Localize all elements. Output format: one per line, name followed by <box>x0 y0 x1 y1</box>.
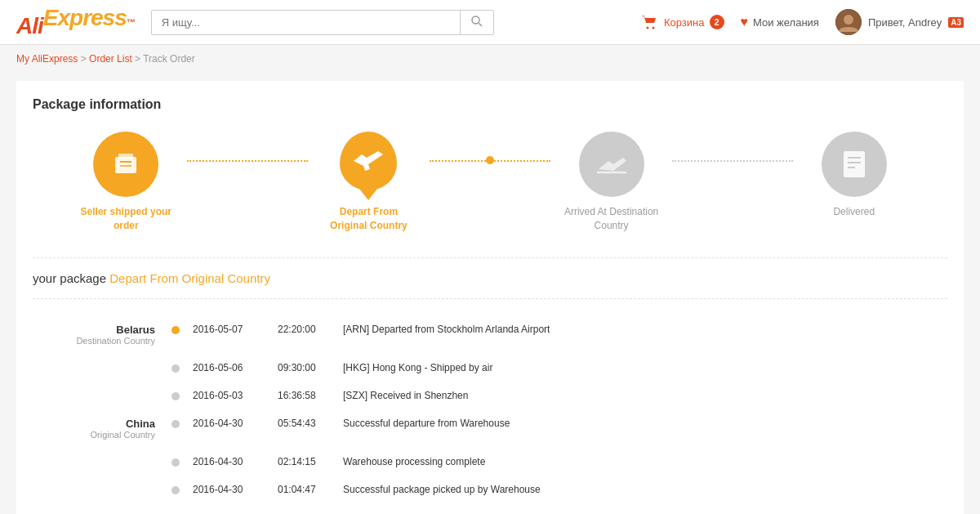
tracking-event: Warehouse processing complete <box>343 456 947 467</box>
wishlist-button[interactable]: ♥ Мои желания <box>741 15 819 29</box>
tracking-events: Belarus Destination Country 2016-05-07 2… <box>33 315 947 503</box>
main-content: Package information Seller shipped your … <box>16 81 964 514</box>
connector-3 <box>672 132 794 203</box>
search-bar <box>151 10 494 35</box>
tracking-time: 09:30:00 <box>278 362 343 373</box>
tracking-date: 2016-05-03 <box>180 390 278 401</box>
step-depart: Depart From Original Country <box>308 132 430 233</box>
tracking-event: [ARN] Departed from Stockholm Arlanda Ai… <box>343 324 947 335</box>
svg-rect-7 <box>118 154 133 159</box>
search-button[interactable] <box>460 11 493 34</box>
tracking-dot <box>172 392 180 400</box>
tracking-date: 2016-04-30 <box>180 456 278 467</box>
tracking-event: [SZX] Received in Shenzhen <box>343 390 947 401</box>
step-delivered: Delivered <box>793 132 915 219</box>
svg-rect-11 <box>844 151 865 177</box>
table-row: 2016-04-30 02:14:15 Warehouse processing… <box>41 448 947 476</box>
tracking-event: Successful departure from Warehouse <box>343 418 947 429</box>
step-label-arrived: Arrived At Destination Country <box>563 205 661 233</box>
tracking-dot <box>172 326 180 334</box>
step-icon-depart-wrap <box>340 132 397 190</box>
pin-tip <box>359 189 377 200</box>
breadcrumb-home[interactable]: My AliExpress <box>16 53 78 65</box>
search-input[interactable] <box>152 11 460 34</box>
tracking-country-belarus: Belarus Destination Country <box>41 324 172 346</box>
dotted-line-3 <box>672 160 794 162</box>
user-button[interactable]: Привет, Andrey A3 <box>835 9 964 35</box>
table-row: China Original Country 2016-04-30 05:54:… <box>41 409 947 448</box>
step-label-shipped: Seller shipped your order <box>77 205 175 233</box>
tracking-country-china: China Original Country <box>41 418 172 440</box>
cart-badge: 2 <box>710 15 724 29</box>
tracking-time: 22:20:00 <box>278 324 343 335</box>
tracking-event: [HKG] Hong Kong - Shipped by air <box>343 362 947 373</box>
tracking-dot <box>172 458 180 467</box>
wishlist-label: Мои желания <box>753 16 819 29</box>
tracking-dot <box>172 364 180 373</box>
step-shipped: Seller shipped your order <box>65 132 187 233</box>
header-right: Корзина 2 ♥ Мои желания Привет, Andrey A… <box>641 9 964 35</box>
dotted-line-1 <box>187 160 309 162</box>
tracking-time: 01:04:47 <box>278 484 343 495</box>
tracking-dot <box>172 420 180 428</box>
tracking-time: 16:36:58 <box>278 390 343 401</box>
step-arrived: Arrived At Destination Country <box>550 132 672 233</box>
mid-dot <box>486 156 494 164</box>
cart-button[interactable]: Корзина 2 <box>641 15 724 29</box>
tracking-event: Successful package picked up by Warehous… <box>343 484 947 495</box>
logo: AliExpress™ <box>16 7 135 38</box>
cart-label: Корзина <box>664 16 705 29</box>
step-icon-arrived <box>579 132 644 197</box>
tracking-dot <box>172 486 180 494</box>
step-icon-shipped <box>93 132 158 197</box>
step-label-delivered: Delivered <box>833 205 875 219</box>
avatar <box>835 9 862 35</box>
svg-line-1 <box>479 23 482 26</box>
status-highlight: Depart From Original Country <box>109 271 270 285</box>
breadcrumb-order-list[interactable]: Order List <box>89 53 132 65</box>
table-row: Belarus Destination Country 2016-05-07 2… <box>41 315 947 354</box>
breadcrumb: My AliExpress > Order List > Track Order <box>0 45 980 73</box>
table-row: 2016-05-06 09:30:00 [HKG] Hong Kong - Sh… <box>41 354 947 382</box>
tracking-date: 2016-04-30 <box>180 484 278 495</box>
svg-point-2 <box>646 27 648 29</box>
user-greeting: Привет, Andrey <box>868 16 942 29</box>
user-badge: A3 <box>948 17 964 28</box>
svg-point-3 <box>652 27 654 29</box>
tracking-time: 05:54:43 <box>278 418 343 429</box>
header: AliExpress™ Корзина 2 ♥ Мои желания <box>0 0 980 45</box>
table-row: 2016-04-30 01:04:47 Successful package p… <box>41 476 947 503</box>
heart-icon: ♥ <box>741 15 749 29</box>
progress-tracker: Seller shipped your order Depart From Or… <box>33 132 947 233</box>
connector-1 <box>187 132 309 203</box>
svg-point-5 <box>844 15 853 25</box>
tracking-time: 02:14:15 <box>278 456 343 467</box>
page-title: Package information <box>33 97 947 112</box>
breadcrumb-current: Track Order <box>143 53 195 65</box>
connector-2 <box>430 132 551 203</box>
tracking-date: 2016-05-06 <box>180 362 278 373</box>
status-prefix: your package <box>33 271 106 285</box>
step-icon-delivered <box>822 132 887 197</box>
table-row: 2016-05-03 16:36:58 [SZX] Received in Sh… <box>41 382 947 409</box>
package-status: your package Depart From Original Countr… <box>33 257 947 299</box>
svg-rect-6 <box>115 157 136 173</box>
step-label-depart: Depart From Original Country <box>319 205 417 233</box>
svg-point-0 <box>472 16 479 24</box>
step-pin-depart <box>340 132 397 190</box>
tracking-date: 2016-05-07 <box>180 324 278 335</box>
tracking-date: 2016-04-30 <box>180 418 278 429</box>
